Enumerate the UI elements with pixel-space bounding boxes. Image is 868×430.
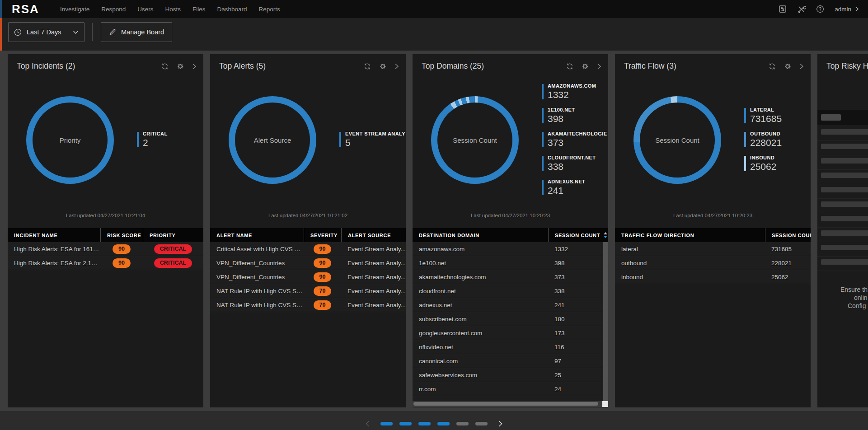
column-header-severity[interactable]: SEVERITY [304, 228, 341, 242]
page-dot[interactable] [456, 422, 469, 425]
table-row[interactable]: canonical.com 97 [413, 354, 608, 368]
chevron-right-icon[interactable] [192, 63, 197, 72]
horizontal-scrollbar-thumb[interactable] [413, 402, 598, 406]
page-dot[interactable] [399, 422, 412, 425]
refresh-icon[interactable] [566, 63, 573, 72]
alert-source-cell: Event Stream Analy... [341, 246, 406, 252]
legend-value: 228021 [750, 137, 782, 148]
refresh-icon[interactable] [364, 63, 371, 72]
table-row[interactable]: nflxvideo.net 116 [413, 340, 608, 354]
nav-item-reports[interactable]: Reports [259, 6, 280, 13]
nav-item-hosts[interactable]: Hosts [165, 6, 181, 13]
column-header-destination-domain[interactable]: DESTINATION DOMAIN [413, 228, 548, 242]
column-header-alert-name[interactable]: ALERT NAME [210, 228, 304, 242]
settings-panel-icon[interactable] [779, 5, 787, 13]
gear-icon[interactable] [582, 63, 589, 72]
column-header-session-count[interactable]: SESSION COUNT [548, 228, 608, 242]
nav-item-dashboard[interactable]: Dashboard [217, 6, 247, 13]
table-row[interactable]: adnexus.net 241 [413, 298, 608, 312]
table-header-row: ALERT NAME SEVERITY ALERT SOURCE [210, 228, 406, 242]
vertical-scrollbar[interactable] [603, 242, 608, 401]
donut-chart-alert-source: Alert Source [229, 96, 316, 184]
table-row[interactable]: lateral 731685 [615, 242, 811, 256]
session-count-cell: 25062 [765, 274, 811, 280]
legend-value: 1332 [548, 89, 607, 100]
admin-tools-icon[interactable] [797, 5, 806, 14]
gear-icon[interactable] [784, 63, 791, 72]
manage-board-label: Manage Board [121, 28, 164, 36]
severity-pill: 90 [314, 244, 332, 254]
chevron-right-icon[interactable] [597, 63, 601, 72]
pencil-icon [109, 28, 116, 36]
page-dot[interactable] [437, 422, 450, 425]
session-count-cell: 173 [548, 330, 608, 337]
horizontal-scrollbar[interactable] [413, 401, 608, 407]
donut-center-label: Alert Source [229, 96, 316, 184]
column-header-priority[interactable]: PRIORITY [143, 228, 203, 242]
nav-item-investigate[interactable]: Investigate [60, 6, 89, 13]
user-menu[interactable]: admin [835, 6, 859, 13]
table-row[interactable]: VPN_Different_Countries 90 Event Stream … [210, 270, 406, 284]
last-updated: Last updated 04/27/2021 10:21:04 [8, 213, 203, 218]
refresh-icon[interactable] [769, 63, 776, 72]
severity-pill: 90 [314, 258, 332, 268]
alert-name-cell: NAT Rule IP with High CVS Score [210, 288, 304, 294]
column-header-session-count[interactable]: SESSION COUNT [765, 228, 811, 242]
table-row[interactable]: cloudfront.net 338 [413, 284, 608, 298]
table-row[interactable]: Critical Asset with High CVS Score 90 Ev… [210, 242, 406, 256]
table-row[interactable]: inbound 25062 [615, 270, 811, 284]
legend-label: LATERAL [750, 107, 782, 112]
legend-entry: AMAZONAWS.COM 1332 [542, 83, 607, 99]
chevron-right-icon[interactable] [799, 63, 804, 72]
session-count-cell: 731685 [765, 246, 811, 252]
table-row[interactable]: subscribenet.com 180 [413, 312, 608, 326]
skeleton-row [817, 184, 868, 199]
gear-icon[interactable] [177, 63, 184, 72]
table-row[interactable]: High Risk Alerts: ESA for 2.16.103.... 9… [8, 256, 203, 270]
time-range-value: Last 7 Days [27, 28, 61, 36]
column-header-incident-name[interactable]: INCIDENT NAME [8, 228, 100, 242]
page-dot[interactable] [380, 422, 393, 425]
incident-name-cell: High Risk Alerts: ESA for 2.16.103.... [8, 260, 100, 266]
table-row[interactable]: amazonaws.com 1332 [413, 242, 608, 256]
nav-item-users[interactable]: Users [137, 6, 153, 13]
time-range-select[interactable]: Last 7 Days [8, 22, 84, 42]
gear-icon[interactable] [379, 63, 386, 72]
table-row[interactable]: outbound 228021 [615, 256, 811, 270]
card-traffic-flow: Traffic Flow (3) [615, 54, 811, 407]
column-header-alert-source[interactable]: ALERT SOURCE [341, 228, 406, 242]
table-row[interactable]: High Risk Alerts: ESA for 161.97.1... 90… [8, 242, 203, 256]
pagination-next-icon[interactable] [498, 420, 503, 427]
chevron-right-icon[interactable] [394, 63, 399, 72]
column-header-traffic-flow-direction[interactable]: TRAFFIC FLOW DIRECTION [615, 228, 765, 242]
manage-board-button[interactable]: Manage Board [101, 22, 172, 42]
chart-legend: EVENT STREAM ANALYSI... 5 [339, 131, 405, 155]
nav-item-files[interactable]: Files [192, 6, 206, 13]
table-row[interactable]: googleusercontent.com 173 [413, 326, 608, 340]
page-dot[interactable] [475, 422, 488, 425]
table-row[interactable]: NAT Rule IP with High CVS Score 70 Event… [210, 298, 406, 312]
direction-cell: outbound [615, 260, 765, 266]
legend-value: 338 [548, 161, 607, 172]
legend-entry: INBOUND 25062 [744, 155, 782, 171]
refresh-icon[interactable] [161, 63, 169, 72]
page-dot[interactable] [418, 422, 431, 425]
session-count-cell: 116 [548, 344, 608, 351]
table-row[interactable]: safewebservices.com 25 [413, 368, 608, 382]
nav-item-respond[interactable]: Respond [101, 6, 126, 13]
last-updated: Last updated 04/27/2021 10:20:23 [615, 213, 811, 218]
legend-entry: 1E100.NET 398 [542, 107, 607, 123]
domain-cell: subscribenet.com [413, 316, 548, 322]
column-header-risk-score[interactable]: RISK SCORE [100, 228, 143, 242]
table-row[interactable]: 1e100.net 398 [413, 256, 608, 270]
help-icon[interactable]: ? [816, 5, 824, 13]
table-row[interactable]: rr.com 24 [413, 382, 608, 396]
domain-cell: adnexus.net [413, 302, 548, 308]
legend-label: ADNEXUS.NET [548, 179, 607, 184]
legend-label: OUTBOUND [750, 131, 782, 136]
table-row[interactable]: NAT Rule IP with High CVS Score 70 Event… [210, 284, 406, 298]
table-row[interactable]: akamaitechnologies.com 373 [413, 270, 608, 284]
traffic-flow-table: TRAFFIC FLOW DIRECTION SESSION COUNT lat… [615, 228, 811, 284]
pagination-prev-icon[interactable] [365, 420, 370, 427]
table-row[interactable]: VPN_Different_Countries 90 Event Stream … [210, 256, 406, 270]
